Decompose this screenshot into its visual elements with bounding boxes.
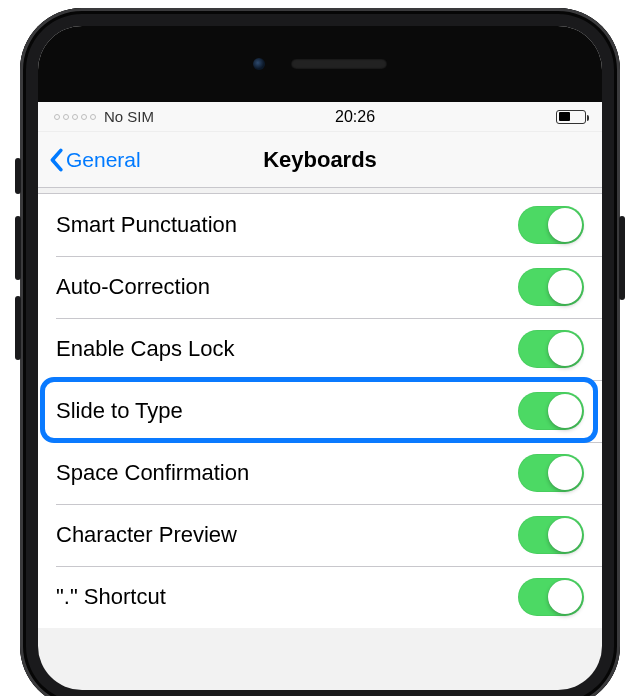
back-label: General: [66, 148, 141, 172]
toggle-knob: [548, 580, 582, 614]
settings-row: Enable Caps Lock: [38, 318, 602, 380]
bezel-top: [38, 26, 602, 102]
settings-row: Character Preview: [38, 504, 602, 566]
settings-row: Auto-Correction: [38, 256, 602, 318]
side-button-power: [619, 216, 625, 300]
toggle-switch[interactable]: [518, 516, 584, 554]
side-button-volume-up: [15, 216, 21, 280]
settings-list: Smart PunctuationAuto-CorrectionEnable C…: [38, 194, 602, 628]
settings-row-label: Character Preview: [56, 522, 237, 548]
side-button-mute: [15, 158, 21, 194]
battery-icon: [556, 110, 586, 124]
toggle-knob: [548, 270, 582, 304]
phone-frame: No SIM 20:26 General Keyboards Smart Pun…: [20, 8, 620, 696]
settings-row: Space Confirmation: [38, 442, 602, 504]
toggle-switch[interactable]: [518, 578, 584, 616]
toggle-switch[interactable]: [518, 268, 584, 306]
toggle-knob: [548, 518, 582, 552]
back-button[interactable]: General: [48, 148, 141, 172]
toggle-knob: [548, 208, 582, 242]
settings-row-label: Space Confirmation: [56, 460, 249, 486]
settings-row-label: Enable Caps Lock: [56, 336, 235, 362]
speaker-grill: [291, 59, 387, 69]
toggle-knob: [548, 332, 582, 366]
settings-row: Smart Punctuation: [38, 194, 602, 256]
side-button-volume-down: [15, 296, 21, 360]
toggle-switch[interactable]: [518, 392, 584, 430]
chevron-left-icon: [48, 148, 64, 172]
settings-row: Slide to Type: [38, 380, 602, 442]
signal-dots-icon: [54, 114, 96, 120]
nav-bar: General Keyboards: [38, 132, 602, 188]
status-bar: No SIM 20:26: [38, 102, 602, 132]
settings-row: "." Shortcut: [38, 566, 602, 628]
carrier-label: No SIM: [104, 108, 154, 125]
toggle-knob: [548, 394, 582, 428]
settings-row-label: Slide to Type: [56, 398, 183, 424]
settings-row-label: Smart Punctuation: [56, 212, 237, 238]
toggle-switch[interactable]: [518, 330, 584, 368]
front-camera: [253, 58, 265, 70]
battery-level: [559, 112, 570, 121]
toggle-knob: [548, 456, 582, 490]
settings-row-label: "." Shortcut: [56, 584, 166, 610]
toggle-switch[interactable]: [518, 206, 584, 244]
toggle-switch[interactable]: [518, 454, 584, 492]
status-time: 20:26: [154, 108, 556, 126]
screen: No SIM 20:26 General Keyboards Smart Pun…: [38, 26, 602, 690]
settings-row-label: Auto-Correction: [56, 274, 210, 300]
